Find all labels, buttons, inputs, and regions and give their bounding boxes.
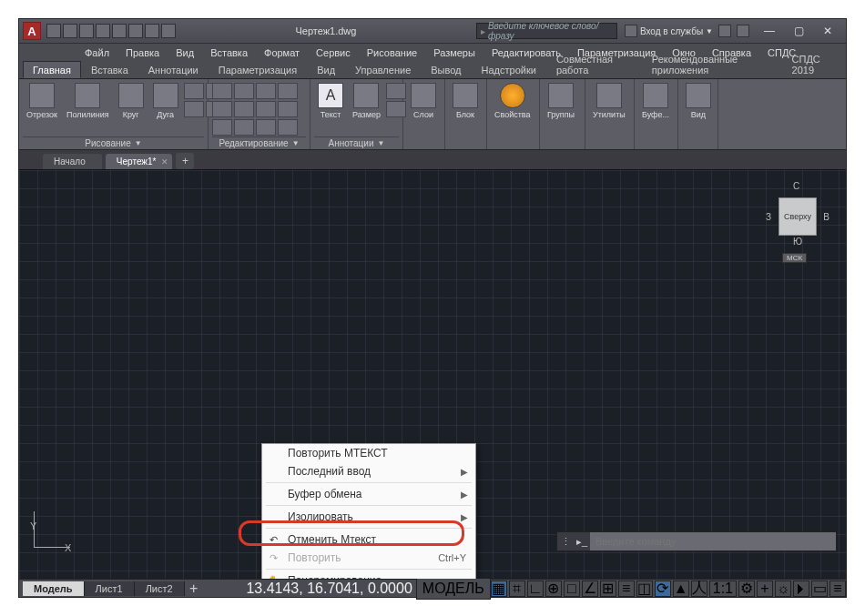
vc-top-face[interactable]: Сверху bbox=[778, 197, 817, 236]
stretch-icon[interactable] bbox=[212, 119, 232, 136]
maximize-button[interactable]: ▢ bbox=[784, 21, 813, 41]
menu-format[interactable]: Формат bbox=[257, 45, 307, 60]
isolate-icon[interactable]: ☼ bbox=[775, 581, 791, 597]
layout-sheet1[interactable]: Лист1 bbox=[85, 581, 135, 596]
start-tab[interactable]: Начало bbox=[43, 154, 102, 169]
qat-more-icon[interactable] bbox=[161, 24, 176, 38]
panel-expand-icon[interactable]: ▼ bbox=[292, 139, 300, 147]
ribbon-tab-manage[interactable]: Управление bbox=[345, 61, 421, 78]
ctx-undo[interactable]: ↶Отменить Мтекст bbox=[262, 530, 475, 549]
ctx-pan[interactable]: ✋Панорамирование bbox=[262, 571, 475, 579]
app-icon[interactable]: A bbox=[23, 22, 41, 40]
ctx-repeat[interactable]: Повторить МТЕКСТ bbox=[262, 444, 475, 462]
annoscale-icon[interactable]: 人 bbox=[691, 581, 707, 597]
snap-toggle-icon[interactable]: ⌗ bbox=[509, 581, 525, 597]
otrack-toggle-icon[interactable]: ∠ bbox=[582, 581, 598, 597]
lineweight-icon[interactable]: ≡ bbox=[618, 581, 635, 597]
block-button[interactable]: Блок bbox=[449, 81, 482, 149]
dimension-button[interactable]: Размер bbox=[349, 81, 384, 136]
polar-toggle-icon[interactable]: ⊕ bbox=[545, 581, 562, 597]
new-tab-button[interactable]: + bbox=[176, 153, 194, 169]
rect-icon[interactable] bbox=[184, 83, 204, 99]
annomonitor-icon[interactable]: + bbox=[757, 581, 773, 597]
trim-icon[interactable] bbox=[256, 83, 276, 99]
layout-add-button[interactable]: + bbox=[185, 581, 203, 597]
groups-button[interactable]: Группы bbox=[544, 81, 578, 149]
layers-button[interactable]: Слои bbox=[407, 81, 440, 149]
qat-saveas-icon[interactable] bbox=[96, 24, 110, 38]
layout-sheet2[interactable]: Лист2 bbox=[135, 581, 185, 596]
view-cube[interactable]: С З Сверху В Ю МСК bbox=[766, 181, 829, 254]
help-icon[interactable] bbox=[737, 25, 749, 37]
utilities-button[interactable]: Утилиты bbox=[589, 81, 629, 149]
model-space-toggle[interactable]: МОДЕЛЬ bbox=[416, 578, 491, 600]
ribbon-tab-view[interactable]: Вид bbox=[307, 61, 345, 78]
move-icon[interactable] bbox=[212, 83, 232, 99]
rotate-icon[interactable] bbox=[234, 83, 254, 99]
vc-north[interactable]: С bbox=[793, 181, 799, 191]
menu-tools[interactable]: Сервис bbox=[309, 45, 358, 60]
hwaccel-icon[interactable]: ⏵ bbox=[793, 581, 809, 597]
search-input[interactable]: ▸ Введите ключевое слово/фразу bbox=[476, 23, 617, 39]
selection-cycling-icon[interactable]: ⟳ bbox=[655, 581, 671, 597]
command-input[interactable] bbox=[590, 532, 836, 550]
panel-expand-icon[interactable]: ▼ bbox=[378, 139, 385, 147]
circle-button[interactable]: Круг bbox=[115, 81, 148, 136]
explode-icon[interactable] bbox=[278, 101, 298, 117]
menu-draw[interactable]: Рисование bbox=[360, 45, 424, 60]
ortho-toggle-icon[interactable]: ∟ bbox=[527, 581, 544, 597]
ribbon-tab-addins[interactable]: Надстройки bbox=[472, 61, 546, 78]
menu-view[interactable]: Вид bbox=[168, 45, 201, 60]
menu-insert[interactable]: Вставка bbox=[203, 45, 255, 60]
qat-new-icon[interactable] bbox=[46, 24, 61, 38]
qat-redo-icon[interactable] bbox=[145, 24, 159, 38]
hatch-icon[interactable] bbox=[184, 101, 204, 117]
cleanscreen-icon[interactable]: ▭ bbox=[811, 581, 828, 597]
ribbon-tab-collaborate[interactable]: Совместная работа bbox=[546, 50, 642, 78]
menu-dimension[interactable]: Размеры bbox=[426, 45, 483, 60]
view-button[interactable]: Вид bbox=[682, 81, 715, 149]
ctx-clipboard[interactable]: Буфер обмена▶ bbox=[262, 485, 475, 503]
erase-icon[interactable] bbox=[278, 83, 298, 99]
array-icon[interactable] bbox=[256, 119, 276, 136]
drawing-canvas[interactable]: С З Сверху В Ю МСК Y X Повторить МТЕКСТ … bbox=[19, 170, 846, 579]
polyline-button[interactable]: Полилиния bbox=[63, 81, 113, 136]
scale-icon[interactable] bbox=[234, 119, 254, 136]
annoscale-value[interactable]: 1:1 bbox=[709, 581, 737, 597]
tab-close-icon[interactable]: ✕ bbox=[161, 157, 168, 167]
vc-wcs-label[interactable]: МСК bbox=[782, 253, 807, 263]
qat-undo-icon[interactable] bbox=[128, 24, 143, 38]
copy-icon[interactable] bbox=[212, 101, 232, 117]
mirror-icon[interactable] bbox=[234, 101, 254, 117]
layout-model[interactable]: Модель bbox=[23, 581, 85, 596]
panel-expand-icon[interactable]: ▼ bbox=[135, 139, 142, 147]
qat-open-icon[interactable] bbox=[63, 24, 77, 38]
ribbon-tab-insert[interactable]: Вставка bbox=[81, 61, 138, 78]
command-line[interactable]: ⋮ ▸_ bbox=[556, 531, 837, 551]
properties-button[interactable]: Свойства bbox=[491, 81, 534, 149]
ribbon-tab-home[interactable]: Главная bbox=[23, 61, 81, 78]
close-button[interactable]: ✕ bbox=[813, 21, 842, 41]
ctx-recent-input[interactable]: Последний ввод▶ bbox=[262, 462, 475, 480]
text-button[interactable]: AТекст bbox=[314, 81, 347, 136]
vc-east[interactable]: В bbox=[823, 212, 829, 222]
dyn-input-icon[interactable]: ⊞ bbox=[600, 581, 616, 597]
transparency-icon[interactable]: ◫ bbox=[636, 581, 653, 597]
vc-west[interactable]: З bbox=[766, 212, 771, 222]
grid-toggle-icon[interactable]: ▦ bbox=[491, 581, 507, 597]
vc-south[interactable]: Ю bbox=[793, 237, 802, 247]
workspace-icon[interactable]: ⚙ bbox=[738, 581, 755, 597]
3dosnap-icon[interactable]: ▲ bbox=[673, 581, 689, 597]
osnap-toggle-icon[interactable]: □ bbox=[564, 581, 580, 597]
ribbon-tab-spds[interactable]: СПДС 2019 bbox=[782, 50, 846, 78]
line-button[interactable]: Отрезок bbox=[23, 81, 61, 136]
ribbon-tab-featured[interactable]: Рекомендованные приложения bbox=[642, 50, 782, 78]
minimize-button[interactable]: — bbox=[755, 21, 784, 41]
sign-in-button[interactable]: Вход в службы ▼ bbox=[625, 25, 713, 37]
clipboard-button[interactable]: Буфе... bbox=[638, 81, 673, 149]
arc-button[interactable]: Дуга bbox=[149, 81, 182, 136]
drawing-tab[interactable]: Чертеж1*✕ bbox=[106, 154, 173, 169]
offset-icon[interactable] bbox=[278, 119, 298, 136]
qat-save-icon[interactable] bbox=[79, 24, 94, 38]
cmdline-handle-icon[interactable]: ⋮ bbox=[557, 532, 574, 550]
